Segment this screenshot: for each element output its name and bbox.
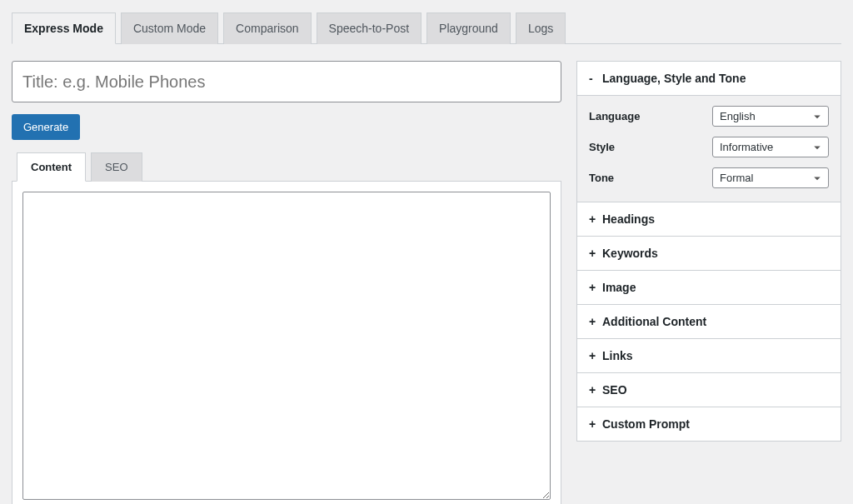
select-language[interactable]: English [712,106,829,127]
subtab-content[interactable]: Content [17,152,86,182]
panel-lang-style-tone-header[interactable]: - Language, Style and Tone [577,62,841,96]
label-style: Style [589,141,615,153]
content-panel [12,181,561,504]
label-language: Language [589,110,640,122]
tab-playground[interactable]: Playground [426,12,511,44]
panel-title: SEO [602,383,627,397]
select-style[interactable]: Informative [712,137,829,157]
panel-title: Custom Prompt [602,417,690,431]
generate-button[interactable]: Generate [12,114,80,140]
tab-comparison[interactable]: Comparison [223,12,311,44]
panel-headings-header[interactable]: +Headings [577,202,841,237]
panel-additional-content-header[interactable]: +Additional Content [577,305,841,339]
left-column: Generate ContentSEO [12,61,561,504]
panel-title: Image [602,281,636,294]
main-layout: Generate ContentSEO - Language, Style an… [12,61,841,504]
collapsed-sections: +Headings+Keywords+Image+Additional Cont… [577,202,841,441]
plus-icon: + [589,281,597,294]
form-row-tone: ToneFormal [589,167,829,188]
right-column: - Language, Style and Tone LanguageEngli… [576,61,841,504]
panel-custom-prompt-header[interactable]: +Custom Prompt [577,407,841,441]
tab-custom-mode[interactable]: Custom Mode [121,12,218,44]
select-tone[interactable]: Formal [712,167,829,188]
panel-title: Keywords [602,247,658,260]
plus-icon: + [589,349,597,362]
content-textarea[interactable] [22,192,551,500]
subtab-seo[interactable]: SEO [91,152,142,182]
settings-panel: - Language, Style and Tone LanguageEngli… [576,61,841,442]
form-row-language: LanguageEnglish [589,106,829,127]
panel-seo-header[interactable]: +SEO [577,373,841,407]
plus-icon: + [589,383,597,397]
panel-lang-style-tone-title: Language, Style and Tone [602,72,746,85]
panel-links-header[interactable]: +Links [577,339,841,373]
minus-icon: - [589,72,597,85]
tab-logs[interactable]: Logs [516,12,566,44]
plus-icon: + [589,247,597,260]
plus-icon: + [589,315,597,328]
panel-image-header[interactable]: +Image [577,271,841,305]
form-row-style: StyleInformative [589,137,829,157]
panel-title: Additional Content [602,315,706,328]
panel-title: Links [602,349,633,362]
sub-tabs: ContentSEO [17,152,561,181]
plus-icon: + [589,212,597,226]
tab-speech-to-post[interactable]: Speech-to-Post [317,12,422,44]
panel-lang-style-tone-body: LanguageEnglishStyleInformativeToneForma… [577,96,841,202]
plus-icon: + [589,417,597,431]
panel-title: Headings [602,212,655,226]
label-tone: Tone [589,172,614,184]
top-tabs: Express ModeCustom ModeComparisonSpeech-… [12,12,841,44]
panel-keywords-header[interactable]: +Keywords [577,237,841,271]
title-input[interactable] [12,61,561,102]
tab-express-mode[interactable]: Express Mode [12,12,116,44]
